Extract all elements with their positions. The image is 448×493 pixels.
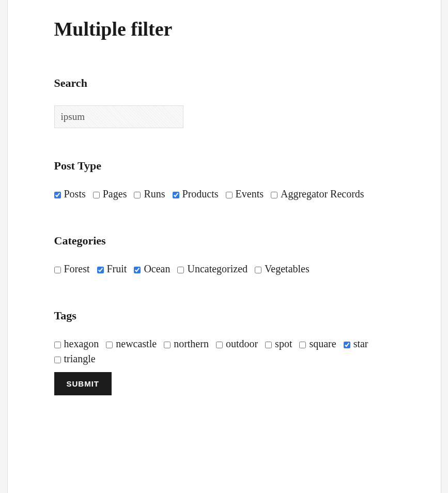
tags-group: hexagonnewcastlenorthernoutdoorspotsquar… [54, 338, 394, 368]
post-type-item-runs[interactable]: Runs [134, 188, 165, 200]
category-checkbox-uncategorized[interactable] [177, 267, 184, 273]
tag-label-newcastle: newcastle [116, 338, 157, 350]
tag-label-northern: northern [174, 338, 209, 350]
tag-label-spot: spot [275, 338, 292, 350]
tag-item-hexagon[interactable]: hexagon [54, 338, 99, 350]
search-heading: Search [54, 76, 394, 90]
tag-checkbox-northern[interactable] [164, 342, 171, 348]
category-item-uncategorized[interactable]: Uncategorized [177, 263, 248, 275]
post-type-checkbox-posts[interactable] [54, 192, 61, 198]
tag-checkbox-triangle[interactable] [54, 357, 61, 363]
tag-checkbox-outdoor[interactable] [216, 342, 223, 348]
tag-label-star: star [353, 338, 368, 350]
post-type-heading: Post Type [54, 159, 394, 173]
tag-label-hexagon: hexagon [64, 338, 99, 350]
category-item-vegetables[interactable]: Vegetables [255, 263, 310, 275]
tag-item-spot[interactable]: spot [265, 338, 292, 350]
search-section: Search [54, 76, 394, 128]
category-label-ocean: Ocean [144, 263, 170, 275]
category-checkbox-ocean[interactable] [134, 267, 141, 273]
tag-label-outdoor: outdoor [226, 338, 258, 350]
post-type-label-aggregator-records: Aggregator Records [281, 188, 364, 200]
category-label-vegetables: Vegetables [265, 263, 310, 275]
category-label-fruit: Fruit [107, 263, 127, 275]
post-type-label-runs: Runs [144, 188, 165, 200]
post-type-label-products: Products [182, 188, 219, 200]
category-checkbox-forest[interactable] [54, 267, 61, 273]
tag-item-triangle[interactable]: triangle [54, 353, 96, 365]
category-item-ocean[interactable]: Ocean [134, 263, 170, 275]
post-type-checkbox-runs[interactable] [134, 192, 141, 198]
post-type-label-events: Events [236, 188, 264, 200]
tag-item-star[interactable]: star [344, 338, 368, 350]
tag-item-northern[interactable]: northern [164, 338, 209, 350]
category-checkbox-vegetables[interactable] [255, 267, 261, 273]
tag-checkbox-hexagon[interactable] [54, 342, 61, 348]
category-label-forest: Forest [64, 263, 90, 275]
category-item-fruit[interactable]: Fruit [97, 263, 127, 275]
post-type-item-pages[interactable]: Pages [93, 188, 127, 200]
post-type-group: PostsPagesRunsProductsEventsAggregator R… [54, 188, 394, 203]
categories-heading: Categories [54, 234, 394, 248]
category-item-forest[interactable]: Forest [54, 263, 90, 275]
categories-section: Categories ForestFruitOceanUncategorized… [54, 234, 394, 278]
tag-checkbox-square[interactable] [299, 342, 306, 348]
post-type-item-products[interactable]: Products [173, 188, 219, 200]
post-type-label-posts: Posts [64, 188, 86, 200]
tag-item-outdoor[interactable]: outdoor [216, 338, 258, 350]
post-type-checkbox-pages[interactable] [93, 192, 100, 198]
tags-section: Tags hexagonnewcastlenorthernoutdoorspot… [54, 309, 394, 395]
page-title: Multiple filter [54, 18, 394, 40]
post-type-checkbox-products[interactable] [173, 192, 179, 198]
tag-label-triangle: triangle [64, 353, 96, 365]
post-type-checkbox-aggregator-records[interactable] [271, 192, 277, 198]
post-type-section: Post Type PostsPagesRunsProductsEventsAg… [54, 159, 394, 203]
submit-button[interactable]: Submit [54, 372, 112, 395]
post-type-item-posts[interactable]: Posts [54, 188, 86, 200]
tags-heading: Tags [54, 309, 394, 322]
post-type-item-aggregator-records[interactable]: Aggregator Records [271, 188, 364, 200]
tag-item-square[interactable]: square [299, 338, 336, 350]
post-type-item-events[interactable]: Events [226, 188, 264, 200]
category-checkbox-fruit[interactable] [97, 267, 104, 273]
tag-checkbox-star[interactable] [344, 342, 350, 348]
tag-label-square: square [309, 338, 336, 350]
post-type-checkbox-events[interactable] [226, 192, 233, 198]
tag-checkbox-newcastle[interactable] [106, 342, 113, 348]
filter-form-page: Multiple filter Search Post Type PostsPa… [7, 0, 441, 493]
category-label-uncategorized: Uncategorized [187, 263, 248, 275]
search-input[interactable] [54, 105, 183, 128]
tag-item-newcastle[interactable]: newcastle [106, 338, 157, 350]
categories-group: ForestFruitOceanUncategorizedVegetables [54, 263, 394, 278]
tag-checkbox-spot[interactable] [265, 342, 272, 348]
post-type-label-pages: Pages [103, 188, 127, 200]
